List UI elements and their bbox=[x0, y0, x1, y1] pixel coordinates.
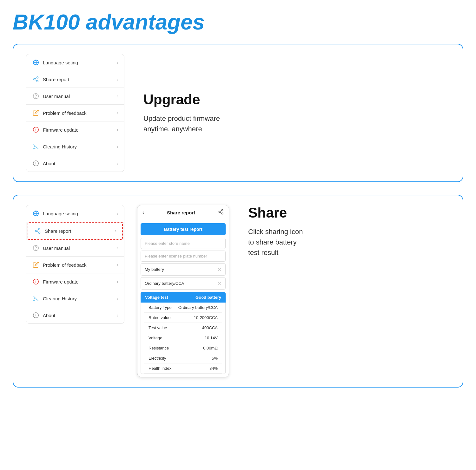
chevron-icon-3: › bbox=[117, 110, 118, 115]
chevron-icon-4: › bbox=[117, 279, 118, 284]
menu-label-4: Firmware update bbox=[43, 279, 79, 284]
menu-label-2: User manual bbox=[43, 245, 70, 251]
table-row: Battery Type Ordinary battery/CCA bbox=[144, 303, 222, 313]
chevron-icon-0: › bbox=[117, 60, 118, 65]
share-section-inner: Language seting › Share report › User ma… bbox=[26, 205, 450, 377]
menu-item-help[interactable]: User manual › bbox=[26, 240, 124, 257]
share-section: Language seting › Share report › User ma… bbox=[13, 195, 463, 388]
license-plate-input[interactable]: Please enter license plate number bbox=[141, 251, 226, 262]
menu-item-broom[interactable]: Clearing History › bbox=[26, 138, 124, 155]
battery-report-button[interactable]: Battery test report bbox=[141, 223, 226, 235]
menu-item-edit[interactable]: Problem of feedback › bbox=[26, 257, 124, 273]
menu-item-info[interactable]: About › bbox=[26, 155, 124, 172]
menu-item-share[interactable]: Share report › bbox=[26, 71, 124, 88]
edit-icon bbox=[32, 261, 40, 269]
menu-label-5: Clearing History bbox=[43, 296, 77, 301]
svg-line-5 bbox=[35, 80, 37, 81]
svg-line-34 bbox=[220, 211, 221, 212]
table-row: Voltage 10.14V bbox=[144, 333, 222, 343]
menu-label-5: Clearing History bbox=[43, 144, 77, 149]
svg-line-20 bbox=[37, 231, 39, 232]
menu-item-globe[interactable]: Language seting › bbox=[26, 54, 124, 71]
menu-item-broom[interactable]: Clearing History › bbox=[26, 290, 124, 307]
share-heading: Share bbox=[248, 205, 450, 221]
upgrade-heading: Upgrade bbox=[143, 92, 450, 108]
chevron-icon-5: › bbox=[117, 144, 118, 149]
menu-item-info[interactable]: About › bbox=[26, 307, 124, 323]
select-icon-1: ✕ bbox=[217, 266, 221, 272]
menu-label-1: Share report bbox=[43, 77, 69, 82]
menu-item-update[interactable]: Firmware update › bbox=[26, 121, 124, 138]
menu-label-6: About bbox=[43, 313, 55, 318]
broom-icon bbox=[32, 295, 40, 302]
result-header: Voltage test Good battery bbox=[141, 292, 226, 303]
chevron-icon-6: › bbox=[117, 161, 118, 166]
svg-point-22 bbox=[33, 245, 39, 251]
back-button[interactable]: ‹ bbox=[142, 210, 144, 215]
page-title: BK100 advantages bbox=[13, 10, 463, 34]
svg-line-33 bbox=[220, 212, 221, 213]
edit-icon bbox=[32, 109, 40, 117]
phone-share-icon[interactable] bbox=[218, 209, 224, 216]
menu-label-3: Problem of feedback bbox=[43, 262, 87, 268]
menu-label-0: Language seting bbox=[43, 211, 78, 216]
table-row: Rated value 10-2000CCA bbox=[144, 313, 222, 323]
chevron-icon-1: › bbox=[115, 228, 116, 233]
share-icon bbox=[34, 227, 42, 235]
svg-point-4 bbox=[37, 80, 38, 82]
phone-title: Share report bbox=[167, 210, 195, 215]
menu-label-2: User manual bbox=[43, 94, 70, 99]
share-content: Share Click sharing icon to share batter… bbox=[229, 205, 450, 258]
table-row: Health index 84% bbox=[144, 363, 222, 374]
update-icon bbox=[32, 126, 40, 134]
chevron-icon-2: › bbox=[117, 245, 118, 251]
store-name-input[interactable]: Please enter store name bbox=[141, 238, 226, 249]
svg-point-31 bbox=[219, 211, 220, 213]
menu-label-3: Problem of feedback bbox=[43, 110, 87, 116]
battery-type-select-2[interactable]: Ordinary battery/CCA ✕ bbox=[141, 277, 226, 290]
chevron-icon-6: › bbox=[117, 313, 118, 318]
upgrade-section: Language seting › Share report › User ma… bbox=[13, 44, 463, 182]
svg-point-19 bbox=[39, 232, 40, 233]
select-icon-2: ✕ bbox=[217, 280, 221, 286]
chevron-icon-5: › bbox=[117, 296, 118, 301]
upgrade-text: Update product firmware anytime, anywher… bbox=[143, 113, 450, 134]
chevron-icon-4: › bbox=[117, 127, 118, 132]
menu-item-globe[interactable]: Language seting › bbox=[26, 205, 124, 222]
table-row: Resistance 0.00mΩ bbox=[144, 343, 222, 353]
chevron-icon-1: › bbox=[117, 77, 118, 82]
svg-point-18 bbox=[36, 230, 37, 232]
svg-line-21 bbox=[37, 229, 39, 230]
share-text: Click sharing icon to share battery test… bbox=[248, 226, 450, 258]
svg-point-3 bbox=[34, 79, 35, 80]
svg-line-6 bbox=[35, 78, 37, 79]
svg-point-7 bbox=[33, 94, 39, 99]
svg-point-30 bbox=[221, 210, 223, 211]
info-icon bbox=[32, 160, 40, 167]
svg-point-17 bbox=[39, 228, 40, 230]
update-icon bbox=[32, 278, 40, 285]
battery-data-table: Battery Type Ordinary battery/CCA Rated … bbox=[141, 303, 226, 374]
menu-panel-2: Language seting › Share report › User ma… bbox=[26, 205, 124, 324]
menu-label-4: Firmware update bbox=[43, 127, 79, 133]
battery-type-select-1[interactable]: My battery ✕ bbox=[141, 263, 226, 276]
menu-item-help[interactable]: User manual › bbox=[26, 88, 124, 105]
chevron-icon-3: › bbox=[117, 262, 118, 267]
help-icon bbox=[32, 92, 40, 100]
menu-label-0: Language seting bbox=[43, 60, 78, 65]
globe-icon bbox=[32, 210, 40, 217]
menu-item-update[interactable]: Firmware update › bbox=[26, 273, 124, 290]
svg-point-32 bbox=[221, 213, 223, 214]
menu-item-edit[interactable]: Problem of feedback › bbox=[26, 105, 124, 121]
menu-panel-1: Language seting › Share report › User ma… bbox=[26, 54, 124, 172]
table-row: Electricity 5% bbox=[144, 353, 222, 363]
phone-mockup: ‹ Share report Battery test report Pleas… bbox=[137, 205, 229, 377]
info-icon bbox=[32, 311, 40, 319]
help-icon bbox=[32, 244, 40, 252]
menu-item-share[interactable]: Share report › bbox=[28, 222, 123, 240]
upgrade-content: Upgrade Update product firmware anytime,… bbox=[124, 92, 450, 134]
globe-icon bbox=[32, 59, 40, 66]
table-row: Test value 400CCA bbox=[144, 323, 222, 333]
menu-label-1: Share report bbox=[45, 228, 71, 234]
chevron-icon-2: › bbox=[117, 94, 118, 99]
